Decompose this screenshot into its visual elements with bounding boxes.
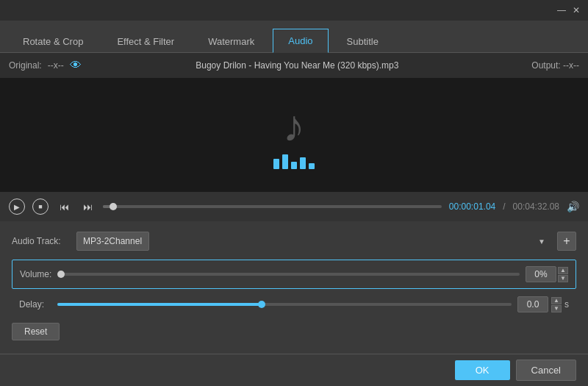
delay-unit: s — [564, 299, 569, 310]
current-time: 00:00:01.04 — [449, 201, 495, 212]
volume-value-wrap: ▲ ▼ — [526, 266, 568, 282]
tab-subtitle[interactable]: Subtitle — [331, 29, 394, 53]
add-audio-track-button[interactable]: + — [557, 232, 576, 251]
delay-spin-buttons: ▲ ▼ — [551, 297, 562, 312]
delay-row: Delay: ▲ ▼ s — [12, 296, 576, 312]
volume-row: Volume: ▲ ▼ — [12, 260, 576, 289]
eq-bar-4 — [300, 157, 306, 169]
volume-value-input[interactable] — [526, 266, 556, 282]
original-label: Original: — [9, 60, 42, 71]
original-value: --x-- — [48, 60, 64, 71]
volume-slider[interactable] — [58, 273, 520, 276]
close-button[interactable]: ✕ — [570, 4, 582, 16]
total-time: 00:04:32.08 — [513, 201, 559, 212]
eq-bars — [273, 154, 315, 169]
controls-panel: Audio Track: MP3-2Channel ▼ + Volume: ▲ … — [0, 221, 588, 351]
eye-icon[interactable]: 👁 — [70, 59, 82, 72]
volume-spin-up[interactable]: ▲ — [558, 267, 568, 274]
cancel-button[interactable]: Cancel — [516, 360, 576, 381]
delay-value-wrap: ▲ ▼ s — [517, 296, 569, 312]
music-note-display: ♪ — [273, 101, 315, 169]
filename: Bugoy Drilon - Having You Near Me (320 k… — [196, 60, 398, 71]
audio-track-select-wrapper: MP3-2Channel ▼ — [76, 232, 551, 251]
play-button[interactable]: ▶ — [9, 199, 25, 215]
ok-button[interactable]: OK — [455, 360, 510, 380]
volume-spin-down[interactable]: ▼ — [558, 275, 568, 282]
volume-spin-buttons: ▲ ▼ — [558, 267, 568, 282]
progress-bar[interactable] — [103, 205, 442, 208]
audio-track-label: Audio Track: — [12, 236, 71, 246]
delay-spin-down[interactable]: ▼ — [551, 305, 562, 312]
delay-thumb[interactable] — [258, 301, 265, 308]
delay-spin-up[interactable]: ▲ — [551, 297, 562, 304]
eq-bar-1 — [273, 159, 279, 169]
audio-track-select[interactable]: MP3-2Channel — [76, 232, 149, 251]
stop-button[interactable]: ■ — [32, 199, 49, 215]
output-value: --x-- — [563, 60, 579, 71]
delay-value-input[interactable] — [517, 296, 548, 312]
minimize-button[interactable]: — — [556, 4, 567, 16]
prev-button[interactable]: ⏮ — [56, 199, 72, 215]
delay-fill — [57, 303, 262, 306]
volume-icon[interactable]: 🔊 — [567, 201, 579, 212]
delay-slider[interactable] — [57, 303, 512, 306]
eq-bar-2 — [282, 154, 288, 169]
file-bar: Original: --x-- 👁 Bugoy Drilon - Having … — [0, 53, 588, 78]
audio-track-row: Audio Track: MP3-2Channel ▼ + — [12, 232, 576, 251]
playback-bar: ▶ ■ ⏮ ⏭ 00:00:01.04 / 00:04:32.08 🔊 — [0, 192, 588, 221]
tab-effect[interactable]: Effect & Filter — [101, 29, 190, 53]
reset-button[interactable]: Reset — [12, 323, 60, 340]
preview-area: ♪ — [0, 78, 588, 192]
select-arrow-icon: ▼ — [538, 237, 545, 246]
tab-audio[interactable]: Audio — [273, 29, 328, 53]
tab-bar: Rotate & Crop Effect & Filter Watermark … — [0, 21, 588, 53]
title-bar: — ✕ — [0, 0, 588, 21]
eq-bar-5 — [309, 163, 315, 169]
output-label: Output: — [531, 60, 560, 71]
volume-label: Volume: — [20, 269, 52, 279]
tab-watermark[interactable]: Watermark — [193, 29, 270, 53]
eq-bar-3 — [291, 162, 297, 169]
time-separator: / — [503, 201, 505, 212]
progress-thumb[interactable] — [110, 203, 117, 210]
music-note-icon: ♪ — [283, 101, 305, 151]
delay-label: Delay: — [19, 299, 51, 310]
tab-rotate[interactable]: Rotate & Crop — [7, 29, 98, 53]
bottom-bar: OK Cancel — [0, 354, 588, 386]
volume-thumb[interactable] — [57, 271, 65, 278]
next-button[interactable]: ⏭ — [79, 199, 96, 215]
